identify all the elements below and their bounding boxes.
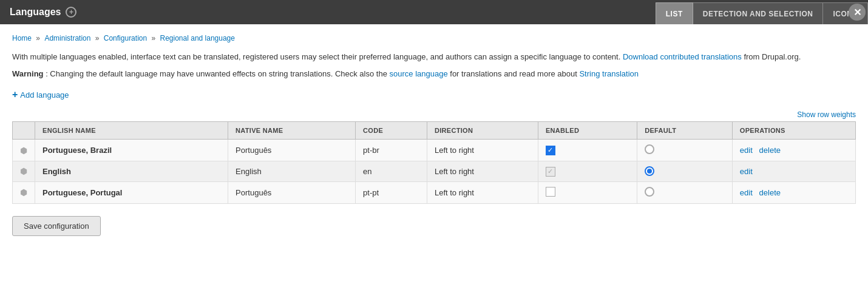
operations-cell: edit delete <box>732 181 855 203</box>
operations-cell: edit <box>732 161 855 182</box>
string-translation-link[interactable]: String translation <box>579 69 639 78</box>
add-icon: + <box>12 89 18 100</box>
col-direction: DIRECTION <box>427 122 538 140</box>
breadcrumb: Home » Administration » Configuration » … <box>12 34 856 42</box>
drag-handle[interactable]: ⬢ <box>20 187 27 197</box>
show-row-weights-link[interactable]: Show row weights <box>797 110 856 119</box>
tab-list[interactable]: LIST <box>656 2 693 24</box>
col-english-name: ENGLISH NAME <box>35 122 228 140</box>
default-radio[interactable] <box>645 144 654 154</box>
edit-link[interactable]: edit <box>740 146 753 155</box>
enabled-cell[interactable] <box>538 181 637 203</box>
enabled-checkbox[interactable]: ✓ <box>546 146 555 155</box>
code-cell: pt-br <box>356 140 427 161</box>
table-header-row: ENGLISH NAME NATIVE NAME CODE DIRECTION … <box>13 122 856 140</box>
default-cell[interactable] <box>637 181 733 203</box>
table-row: ⬢ English English en Left to right <box>13 161 856 182</box>
languages-table: ENGLISH NAME NATIVE NAME CODE DIRECTION … <box>12 121 856 204</box>
col-native-name: NATIVE NAME <box>228 122 356 140</box>
page-title: Languages + <box>10 7 76 18</box>
native-name-cell: Português <box>228 181 356 203</box>
close-button[interactable]: ✕ <box>849 4 866 21</box>
direction-cell: Left to right <box>427 181 538 203</box>
default-cell[interactable] <box>637 140 733 161</box>
add-language-link[interactable]: + Add language <box>12 89 69 100</box>
breadcrumb-administration[interactable]: Administration <box>44 34 90 42</box>
show-row-weights-container: Show row weights <box>12 110 856 119</box>
info-paragraph: With multiple languages enabled, interfa… <box>12 51 856 63</box>
direction-cell: Left to right <box>427 161 538 182</box>
col-code: CODE <box>356 122 427 140</box>
enabled-cell[interactable]: ✓ <box>538 140 637 161</box>
english-name: Portuguese, Portugal <box>42 188 122 197</box>
default-cell[interactable] <box>637 161 733 182</box>
enabled-checkbox-disabled[interactable]: ✓ <box>546 167 555 177</box>
enabled-cell[interactable]: ✓ <box>538 161 637 182</box>
english-name-cell: Portuguese, Brazil <box>35 140 228 161</box>
warning-paragraph: Warning : Changing the default language … <box>12 68 856 80</box>
default-radio[interactable] <box>645 187 654 197</box>
drag-cell: ⬢ <box>13 161 35 182</box>
edit-link[interactable]: edit <box>740 167 753 176</box>
breadcrumb-configuration[interactable]: Configuration <box>104 34 147 42</box>
native-name-cell: Português <box>228 140 356 161</box>
title-text: Languages <box>10 7 61 18</box>
default-radio-selected[interactable] <box>645 166 654 176</box>
breadcrumb-regional[interactable]: Regional and language <box>160 34 235 42</box>
table-row: ⬢ Portuguese, Brazil Português pt-br Lef… <box>13 140 856 161</box>
native-name-cell: English <box>228 161 356 182</box>
col-operations: OPERATIONS <box>732 122 855 140</box>
drag-handle[interactable]: ⬢ <box>20 166 27 176</box>
table-row: ⬢ Portuguese, Portugal Português pt-pt L… <box>13 181 856 203</box>
add-circle-icon[interactable]: + <box>66 7 76 18</box>
english-name: English <box>42 167 71 176</box>
drag-handle[interactable]: ⬢ <box>20 146 27 155</box>
source-language-link[interactable]: source language <box>390 69 448 78</box>
english-name: Portuguese, Brazil <box>42 146 112 155</box>
drag-cell: ⬢ <box>13 140 35 161</box>
english-name-cell: Portuguese, Portugal <box>35 181 228 203</box>
download-translations-link[interactable]: Download contributed translations <box>623 52 742 61</box>
operations-cell: edit delete <box>732 140 855 161</box>
save-button[interactable]: Save configuration <box>12 216 101 236</box>
col-enabled: ENABLED <box>538 122 637 140</box>
enabled-checkbox-unchecked[interactable] <box>546 187 555 197</box>
col-default: DEFAULT <box>637 122 733 140</box>
top-bar: Languages + LIST DETECTION AND SELECTION… <box>0 0 868 24</box>
main-content: Home » Administration » Configuration » … <box>0 24 868 304</box>
col-drag <box>13 122 35 140</box>
code-cell: pt-pt <box>356 181 427 203</box>
top-tabs: LIST DETECTION AND SELECTION ICONS <box>656 0 868 24</box>
tab-detection[interactable]: DETECTION AND SELECTION <box>693 2 824 24</box>
delete-link[interactable]: delete <box>759 146 781 155</box>
breadcrumb-home[interactable]: Home <box>12 34 32 42</box>
drag-cell: ⬢ <box>13 181 35 203</box>
code-cell: en <box>356 161 427 182</box>
direction-cell: Left to right <box>427 140 538 161</box>
edit-link[interactable]: edit <box>740 188 753 197</box>
english-name-cell: English <box>35 161 228 182</box>
delete-link[interactable]: delete <box>759 188 781 197</box>
